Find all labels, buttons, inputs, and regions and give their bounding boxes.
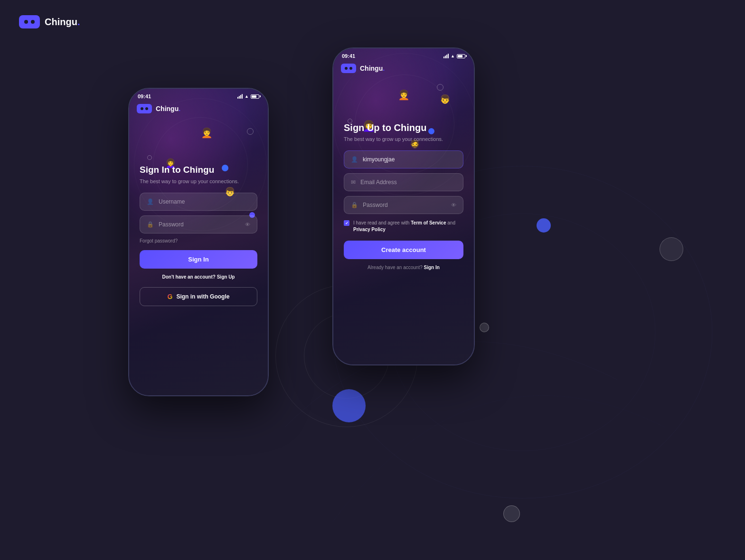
email-icon: ✉ [351,179,356,186]
battery-icon-2 [457,54,465,58]
phone-logo-robot [137,104,152,113]
signin-subtitle: The best way to grow up your connections… [140,178,257,184]
signup-avatar-1: 🧑‍🦱 [395,86,412,103]
forgot-password-text[interactable]: Forgot password? [140,238,257,243]
create-account-button[interactable]: Create account [344,241,463,259]
signup-password-placeholder: Password [363,202,446,208]
logo-robot-icon [19,15,40,28]
robot-eye-left [24,20,28,24]
phone-signin-appname: Chingu. [156,105,180,112]
google-icon: G [168,293,173,300]
signup-username-input[interactable]: 👤 kimyoungjae [344,150,463,168]
signin-button[interactable]: Sign In [140,250,257,269]
phone-signin-logo: Chingu. [129,102,268,117]
password-placeholder: Password [159,221,240,228]
signup-title: Sign Up to Chingu [344,122,463,133]
signin-phone: 🧑‍🦱 👩‍🦱 👦 09:41 ▲ [128,88,269,396]
no-account-row: Don't have an account? Sign Up [140,274,257,280]
status-time-signup: 09:41 [342,53,355,59]
avatar-1: 🧑‍🦱 [198,124,215,141]
robot-eye-right [31,20,35,24]
phone-eye-l-2 [345,67,348,70]
google-signin-button[interactable]: G Sign in with Google [140,287,257,306]
phone-signup-logo: Chingu. [333,62,474,77]
signup-user-icon: 👤 [351,156,358,163]
signal-bars-2 [443,54,449,58]
app-logo: Chingu. [19,15,80,28]
bar4b [448,54,449,58]
status-bar-signup: 09:41 ▲ [333,48,474,62]
battery-icon [251,94,259,99]
bar1 [237,97,238,99]
phone-logo-robot-2 [341,64,356,73]
signal-bars [237,94,243,99]
username-input[interactable]: 👤 Username [140,193,257,211]
signup-username-value: kimyoungjae [363,156,456,163]
signup-email-placeholder: Email Address [360,179,456,186]
signin-title: Sign In to Chingu [140,165,257,176]
phone-signup-appname: Chingu. [360,65,385,72]
eye-icon[interactable]: 👁 [245,222,250,227]
bar1b [443,56,444,58]
signin-link[interactable]: Sign In [424,265,440,270]
status-bar-signin: 09:41 ▲ [129,89,268,102]
already-account-row: Already have an account? Sign In [344,265,463,270]
bar3 [240,95,241,99]
password-input[interactable]: 🔒 Password 👁 [140,215,257,233]
signup-phone: 🧑‍🦱 👩‍🦱 👦 🧔 09:41 ▲ [332,47,475,365]
bar3b [446,55,447,58]
signup-avatar-3: 👦 [437,91,453,107]
wifi-icon-2: ▲ [451,54,455,58]
bar2 [239,96,240,99]
already-account-text: Already have an account? [368,265,423,270]
status-icons-signin: ▲ [237,94,259,99]
signup-eye-icon[interactable]: 👁 [451,202,456,208]
signup-subtitle: The best way to grow up your connections… [344,136,463,142]
google-button-label: Sign in with Google [176,293,229,300]
signin-content: Sign In to Chingu The best way to grow u… [129,165,268,316]
bar4 [242,94,243,99]
bar2b [445,56,446,58]
phone-eye-r [145,107,148,110]
signup-lock-icon: 🔒 [351,202,358,208]
no-account-text: Don't have an account? [162,274,216,280]
user-icon: 👤 [147,198,154,205]
username-placeholder: Username [159,198,250,205]
status-icons-signup: ▲ [443,54,465,58]
terms-checkbox[interactable]: ✓ [344,220,349,226]
signup-link[interactable]: Sign Up [217,274,235,280]
phone-eye-r-2 [349,67,352,70]
app-name: Chingu. [45,17,80,28]
phone-eye-l [141,107,143,110]
signup-content: Sign Up to Chingu The best way to grow u… [333,122,474,280]
lock-icon: 🔒 [147,221,154,228]
signup-email-input[interactable]: ✉ Email Address [344,173,463,191]
checkmark: ✓ [345,221,349,225]
terms-row[interactable]: ✓ I have read and agree with Term of Ser… [344,220,463,233]
signup-password-input[interactable]: 🔒 Password 👁 [344,196,463,214]
terms-label: I have read and agree with Term of Servi… [353,220,463,233]
status-time-signin: 09:41 [138,93,151,99]
wifi-icon: ▲ [245,94,249,99]
